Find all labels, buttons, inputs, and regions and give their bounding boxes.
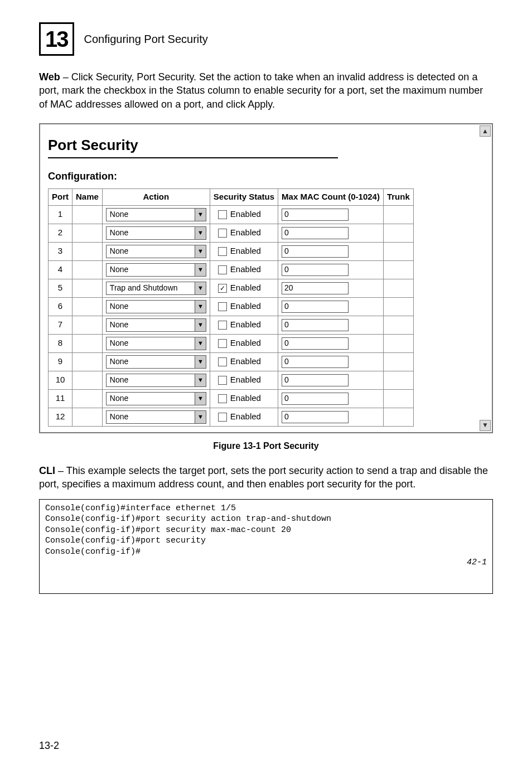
- enabled-checkbox[interactable]: [218, 394, 227, 403]
- cell-trunk: [383, 260, 413, 279]
- cell-status: Enabled: [210, 205, 278, 224]
- enabled-checkbox[interactable]: [218, 321, 227, 330]
- enabled-checkbox[interactable]: [218, 210, 227, 219]
- cell-port: 5: [49, 279, 72, 297]
- cell-trunk: [383, 297, 413, 316]
- cli-rest: – This example selects the target port, …: [39, 465, 488, 490]
- cell-port: 11: [49, 389, 72, 408]
- action-select[interactable]: None: [106, 245, 195, 258]
- chevron-down-icon[interactable]: ▼: [195, 300, 206, 313]
- enabled-checkbox[interactable]: [218, 247, 227, 256]
- cell-port: 2: [49, 224, 72, 242]
- action-select[interactable]: None: [106, 410, 195, 424]
- cell-action: None▼: [102, 316, 210, 334]
- enabled-label: Enabled: [230, 411, 261, 422]
- cell-trunk: [383, 408, 413, 426]
- mac-count-input[interactable]: 0: [282, 337, 349, 350]
- chapter-title: Configuring Port Security: [84, 32, 208, 47]
- cell-status: Enabled: [210, 408, 278, 426]
- chevron-down-icon[interactable]: ▼: [195, 410, 206, 424]
- action-select[interactable]: Trap and Shutdown: [106, 282, 195, 295]
- col-action: Action: [102, 189, 210, 205]
- cell-mac: 0: [278, 316, 384, 334]
- enabled-label: Enabled: [230, 319, 261, 330]
- mac-count-input[interactable]: 0: [282, 356, 349, 368]
- table-row: 9None▼Enabled0: [49, 352, 414, 371]
- chevron-down-icon[interactable]: ▼: [195, 355, 206, 369]
- cell-mac: 0: [278, 352, 384, 371]
- enabled-label: Enabled: [230, 264, 261, 275]
- chevron-down-icon[interactable]: ▼: [195, 337, 206, 350]
- chevron-down-icon[interactable]: ▼: [195, 318, 206, 332]
- port-security-table: Port Name Action Security Status Max MAC…: [48, 188, 414, 426]
- mac-count-input[interactable]: 0: [282, 301, 349, 313]
- cell-port: 9: [49, 352, 72, 371]
- enabled-checkbox[interactable]: [218, 229, 227, 238]
- cell-status: Enabled: [210, 297, 278, 316]
- action-select[interactable]: None: [106, 300, 195, 313]
- action-select[interactable]: None: [106, 226, 195, 240]
- col-mac: Max MAC Count (0-1024): [278, 189, 384, 205]
- scroll-up-icon[interactable]: ▲: [480, 125, 491, 137]
- enabled-checkbox[interactable]: ✓: [218, 284, 227, 293]
- intro-rest: – Click Security, Port Security. Set the…: [39, 71, 483, 110]
- chevron-down-icon[interactable]: ▼: [195, 263, 206, 277]
- action-select[interactable]: None: [106, 208, 195, 221]
- cell-status: Enabled: [210, 371, 278, 389]
- cell-name: [72, 352, 103, 371]
- chevron-down-icon[interactable]: ▼: [195, 226, 206, 240]
- enabled-checkbox[interactable]: [218, 265, 227, 274]
- panel-title: Port Security: [48, 136, 483, 155]
- enabled-checkbox[interactable]: [218, 413, 227, 422]
- mac-count-input[interactable]: 20: [282, 282, 349, 294]
- cell-status: Enabled: [210, 260, 278, 279]
- cell-status: ✓Enabled: [210, 279, 278, 297]
- table-row: 12None▼Enabled0: [49, 408, 414, 426]
- cell-status: Enabled: [210, 389, 278, 408]
- chevron-down-icon[interactable]: ▼: [195, 282, 206, 295]
- cell-name: [72, 371, 103, 389]
- chevron-down-icon[interactable]: ▼: [195, 245, 206, 258]
- cell-name: [72, 242, 103, 260]
- cell-port: 3: [49, 242, 72, 260]
- mac-count-input[interactable]: 0: [282, 264, 349, 276]
- col-port: Port: [49, 189, 72, 205]
- panel-title-underline: [48, 157, 338, 158]
- table-row: 2None▼Enabled0: [49, 224, 414, 242]
- enabled-checkbox[interactable]: [218, 357, 227, 366]
- cell-status: Enabled: [210, 242, 278, 260]
- enabled-label: Enabled: [230, 337, 261, 349]
- cell-trunk: [383, 371, 413, 389]
- action-select[interactable]: None: [106, 374, 195, 387]
- enabled-label: Enabled: [230, 209, 261, 220]
- enabled-checkbox[interactable]: [218, 302, 227, 311]
- cell-port: 10: [49, 371, 72, 389]
- chevron-down-icon[interactable]: ▼: [195, 208, 206, 221]
- table-row: 7None▼Enabled0: [49, 316, 414, 334]
- enabled-checkbox[interactable]: [218, 339, 227, 348]
- enabled-checkbox[interactable]: [218, 376, 227, 385]
- mac-count-input[interactable]: 0: [282, 209, 349, 221]
- cli-lead: CLI: [39, 465, 55, 476]
- mac-count-input[interactable]: 0: [282, 393, 349, 405]
- action-select[interactable]: None: [106, 318, 195, 332]
- cell-port: 12: [49, 408, 72, 426]
- chevron-down-icon[interactable]: ▼: [195, 392, 206, 405]
- action-select[interactable]: None: [106, 355, 195, 369]
- enabled-label: Enabled: [230, 356, 261, 367]
- mac-count-input[interactable]: 0: [282, 374, 349, 386]
- action-select[interactable]: None: [106, 337, 195, 350]
- table-row: 11None▼Enabled0: [49, 389, 414, 408]
- mac-count-input[interactable]: 0: [282, 319, 349, 331]
- cell-port: 6: [49, 297, 72, 316]
- action-select[interactable]: None: [106, 263, 195, 277]
- cell-name: [72, 408, 103, 426]
- chevron-down-icon[interactable]: ▼: [195, 374, 206, 387]
- mac-count-input[interactable]: 0: [282, 227, 349, 239]
- cell-name: [72, 334, 103, 352]
- action-select[interactable]: None: [106, 392, 195, 405]
- mac-count-input[interactable]: 0: [282, 411, 349, 423]
- scroll-down-icon[interactable]: ▼: [480, 420, 491, 431]
- mac-count-input[interactable]: 0: [282, 245, 349, 258]
- enabled-label: Enabled: [230, 282, 261, 293]
